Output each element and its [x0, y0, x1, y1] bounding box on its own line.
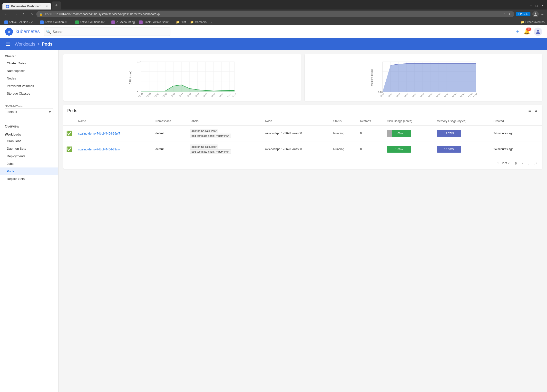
pagination-last-btn[interactable]: ⟩⟩: [533, 160, 538, 166]
svg-text:10:59: 10:59: [459, 92, 465, 97]
bookmark-item-2[interactable]: Active Solution AB...: [38, 20, 73, 24]
pods-pagination: 1 – 2 of 2 ⟨⟨ ⟨ ⟩ ⟩⟩: [63, 157, 542, 169]
svg-text:☸: ☸: [8, 30, 11, 34]
address-bar[interactable]: 🔒 127.0.0.1:8001/api/v1/namespaces/kube-…: [36, 11, 514, 17]
pod2-labels-cell: app: prime-calculator pod-template-hash:…: [187, 141, 262, 157]
browser-tab-active[interactable]: Kubernetes Dashboard ×: [2, 3, 51, 10]
search-bar[interactable]: 🔍: [44, 28, 170, 36]
svg-text:0: 0: [137, 91, 138, 94]
main-content: CPU (cores) 0.01 0: [59, 50, 547, 392]
svg-text:Memory (bytes): Memory (bytes): [371, 69, 373, 86]
sidebar-item-persistent-volumes[interactable]: Persistent Volumes: [0, 82, 58, 90]
hamburger-menu[interactable]: ☰: [4, 39, 13, 49]
add-tab-btn[interactable]: +: [55, 3, 58, 8]
pod1-name-link[interactable]: scaling-demo-74bc9f4454-99pf7: [78, 132, 120, 135]
pod2-more-cell[interactable]: ⋮: [532, 141, 542, 157]
sidebar-item-deployments[interactable]: Deployments: [0, 152, 58, 160]
pod2-name-link[interactable]: scaling-demo-74bc9f4454-79swr: [78, 148, 121, 151]
col-memory: Memory Usage (bytes): [434, 117, 491, 126]
sidebar-overview[interactable]: Overview: [0, 122, 58, 130]
inprivate-badge: InPrivate: [516, 12, 530, 16]
svg-text:11:01: 11:01: [472, 92, 478, 97]
bookmark-item-5[interactable]: Slack - Active Soluti...: [137, 20, 174, 24]
bookmark-item-4[interactable]: PE Accounting: [109, 20, 137, 24]
collapse-icon[interactable]: ▲: [534, 108, 538, 113]
col-name: Name: [75, 117, 153, 126]
sidebar-item-replica-sets[interactable]: Replica Sets: [0, 175, 58, 183]
search-icon: 🔍: [46, 29, 51, 34]
restore-btn[interactable]: □: [536, 4, 537, 8]
pod1-name-cell: scaling-demo-74bc9f4454-99pf7: [75, 126, 153, 141]
sidebar-item-jobs[interactable]: Jobs: [0, 160, 58, 167]
notification-btn[interactable]: 🔔 15: [523, 29, 530, 35]
add-button[interactable]: +: [516, 28, 519, 35]
pod1-cpu-cell: 1.00m: [384, 126, 434, 141]
pagination-prev-btn[interactable]: ⟨: [521, 160, 525, 166]
pod1-label-1: app: prime-calculator: [190, 129, 218, 133]
tab-close-btn[interactable]: ×: [46, 5, 48, 8]
namespace-select[interactable]: default kube-system all namespaces: [5, 108, 53, 115]
cpu-chart-card: CPU (cores) 0.01 0: [63, 54, 301, 101]
other-favorites[interactable]: 📁 Other favorites: [521, 20, 545, 24]
more-menu-btn[interactable]: ⋯: [541, 12, 545, 17]
bookmark-item-1[interactable]: Active Solution - Vi...: [2, 20, 38, 24]
svg-text:10:54: 10:54: [419, 92, 425, 97]
pod1-more-cell[interactable]: ⋮: [532, 126, 542, 141]
memory-chart-card: Memory (bytes) 0 Mi: [305, 54, 542, 101]
forward-btn[interactable]: →: [12, 11, 19, 17]
user-menu-btn[interactable]: [534, 28, 542, 36]
pagination-first-btn[interactable]: ⟨⟨: [513, 160, 519, 166]
svg-marker-57: [382, 63, 476, 92]
collections-icon[interactable]: ★: [508, 12, 511, 16]
breadcrumb-current: Pods: [42, 42, 52, 47]
search-input[interactable]: [44, 28, 170, 36]
home-btn[interactable]: ⌂: [29, 11, 34, 17]
kube-logo-icon: ☸: [5, 28, 13, 36]
sidebar-item-cron-jobs[interactable]: Cron Jobs: [0, 137, 58, 145]
svg-point-1: [7, 6, 8, 7]
breadcrumb-separator: >: [37, 42, 40, 47]
star-icon[interactable]: ☆: [503, 12, 506, 16]
bookmark-item-3[interactable]: Active Solutions Int...: [73, 20, 109, 24]
svg-text:10:53: 10:53: [411, 92, 417, 97]
bookmarks-overflow-btn[interactable]: ›: [209, 20, 213, 24]
pod1-memory-bar: 19.07Mi: [437, 130, 461, 137]
col-created: Created: [490, 117, 532, 126]
sidebar-item-daemon-sets[interactable]: Daemon Sets: [0, 145, 58, 152]
back-btn[interactable]: ←: [2, 11, 10, 17]
header-actions: + 🔔 15: [516, 28, 542, 36]
pod1-node-cell: aks-nodepo 178628 vmss00: [262, 126, 331, 141]
app-body: Cluster Cluster Roles Namespaces Nodes P…: [0, 50, 547, 392]
svg-text:10:58: 10:58: [451, 92, 457, 97]
sidebar-item-cluster-roles[interactable]: Cluster Roles: [0, 59, 58, 67]
svg-text:10:50: 10:50: [146, 92, 151, 97]
svg-text:10:59: 10:59: [218, 92, 224, 97]
user-avatar[interactable]: [532, 11, 539, 17]
minimize-btn[interactable]: −: [530, 4, 532, 8]
notification-badge: 15: [526, 28, 531, 31]
kube-logo[interactable]: ☸ kubernetes: [5, 28, 40, 36]
pagination-next-btn[interactable]: ⟩: [527, 160, 531, 166]
svg-text:10:56: 10:56: [435, 92, 441, 97]
browser-tab-inactive[interactable]: +: [52, 1, 61, 10]
address-text: 127.0.0.1:8001/api/v1/namespaces/kube-sy…: [45, 12, 501, 16]
pod1-labels-cell: app: prime-calculator pod-template-hash:…: [187, 126, 262, 141]
close-btn[interactable]: ×: [542, 4, 544, 8]
pod1-memory-cell: 19.07Mi: [434, 126, 491, 141]
breadcrumb-workloads[interactable]: Workloads: [15, 42, 35, 47]
pod2-status-cell: ✅: [63, 141, 75, 157]
pod1-label-2: pod-template-hash: 74bc9f4454: [190, 134, 231, 138]
bookmark-folder-1[interactable]: 📁 Cint: [174, 20, 188, 24]
svg-text:10:56: 10:56: [194, 92, 200, 97]
filter-icon[interactable]: ≡: [528, 108, 531, 113]
sidebar-item-nodes[interactable]: Nodes: [0, 75, 58, 82]
pod1-status-cell: ✅: [63, 126, 75, 141]
bookmark-folder-2[interactable]: 📁 Camanio: [188, 20, 208, 24]
sidebar-item-storage-classes[interactable]: Storage Classes: [0, 90, 58, 97]
reload-btn[interactable]: ↻: [21, 11, 27, 17]
pod2-node-cell: aks-nodepo 178628 vmss00: [262, 141, 331, 157]
sidebar-item-namespaces[interactable]: Namespaces: [0, 67, 58, 75]
sidebar-item-pods[interactable]: Pods: [0, 167, 58, 175]
col-cpu: CPU Usage (cores): [384, 117, 434, 126]
pod2-memory-cell: 16.50Mi: [434, 141, 491, 157]
